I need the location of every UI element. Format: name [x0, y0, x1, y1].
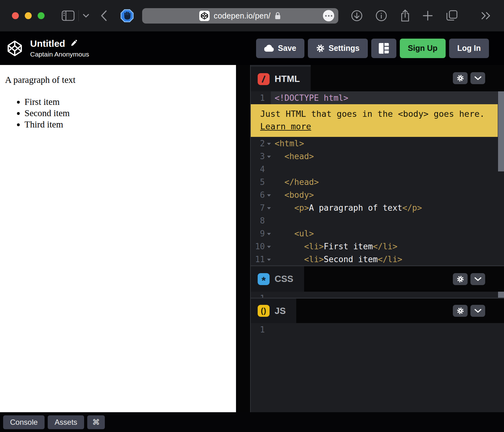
console-button[interactable]: Console [3, 415, 45, 429]
content-blocker-icon[interactable] [120, 9, 134, 23]
code-text[interactable]: <head> [271, 150, 504, 163]
code-text[interactable]: </head> [271, 176, 504, 188]
line-number: 4 [260, 165, 265, 174]
code-line[interactable]: 1 [251, 292, 504, 298]
code-line[interactable]: 7 <p>A paragraph of text</p> [251, 201, 504, 214]
html-settings-button[interactable] [453, 72, 468, 84]
codepen-logo[interactable] [7, 40, 23, 57]
info-icon[interactable] [375, 10, 387, 22]
code-text[interactable]: <body> [271, 188, 504, 201]
code-line[interactable]: 1<!DOCTYPE html> [251, 91, 504, 104]
gear-icon [457, 275, 464, 283]
preview-pane: A paragraph of text First itemSecond ite… [0, 65, 236, 412]
code-line[interactable]: 6 <body> [251, 188, 504, 201]
fold-arrow-icon[interactable] [267, 207, 271, 211]
edit-title-icon[interactable] [70, 40, 78, 48]
js-code-editor[interactable]: 1 [251, 323, 504, 412]
code-text[interactable]: <li>Second item</li> [271, 253, 504, 265]
tab-css[interactable]: * CSS [251, 266, 304, 292]
browser-toolbar: codepen.io/pen/ [0, 0, 504, 31]
js-settings-button[interactable] [453, 305, 468, 317]
css-code-editor[interactable]: 1 [251, 292, 504, 298]
code-text[interactable]: <li>First item</li> [271, 240, 504, 253]
css-editor-scrollbar[interactable] [498, 292, 504, 298]
html-collapse-button[interactable] [470, 72, 485, 84]
html-editor-scrollbar[interactable] [498, 91, 504, 171]
css-tab-label: CSS [275, 274, 293, 284]
fold-arrow-icon[interactable] [267, 194, 271, 198]
new-tab-icon[interactable] [422, 10, 433, 21]
fold-arrow-icon[interactable] [267, 143, 271, 147]
settings-button-label: Settings [329, 44, 360, 53]
code-line[interactable]: 11 <li>Second item</li> [251, 253, 504, 265]
line-number: 11 [255, 255, 265, 264]
line-number-gutter: 4 [251, 165, 271, 174]
more-options-icon[interactable] [323, 10, 334, 21]
editor-footer: Console Assets ⌘ [0, 412, 504, 432]
gear-icon [457, 307, 464, 315]
back-button[interactable] [100, 10, 108, 22]
log-in-button[interactable]: Log In [449, 39, 489, 58]
codepen-favicon [199, 11, 210, 21]
fold-arrow-icon[interactable] [267, 233, 271, 237]
download-icon[interactable] [351, 10, 363, 22]
html-tab-label: HTML [275, 74, 300, 84]
html-hint-banner: Just HTML that goes in the <body> goes h… [251, 104, 498, 137]
code-text[interactable]: <!DOCTYPE html> [271, 91, 498, 104]
code-text[interactable]: <html> [271, 137, 504, 150]
toolbar-overflow-icon[interactable] [481, 12, 491, 20]
code-text[interactable] [271, 214, 504, 227]
chevron-down-icon[interactable] [83, 14, 89, 18]
tab-js[interactable]: () JS [251, 299, 296, 323]
line-number-gutter: 10 [251, 242, 271, 251]
code-text[interactable] [271, 292, 504, 298]
address-bar[interactable]: codepen.io/pen/ [142, 8, 338, 24]
pane-resizer[interactable] [236, 65, 250, 412]
line-number-gutter: 1 [251, 325, 271, 334]
code-text[interactable]: <ul> [271, 227, 504, 240]
sign-up-button[interactable]: Sign Up [400, 39, 446, 58]
fold-arrow-icon[interactable] [267, 259, 271, 263]
keyboard-shortcuts-button[interactable]: ⌘ [87, 415, 105, 429]
fold-arrow-icon[interactable] [267, 246, 271, 250]
html-badge-icon [258, 73, 270, 85]
window-minimize-button[interactable] [25, 12, 32, 19]
sign-up-label: Sign Up [408, 44, 437, 53]
url-text: codepen.io/pen/ [214, 11, 271, 20]
window-zoom-button[interactable] [38, 12, 45, 19]
code-line[interactable]: 9 <ul> [251, 227, 504, 240]
tab-html[interactable]: HTML [251, 65, 311, 91]
css-settings-button[interactable] [453, 273, 468, 285]
code-text[interactable] [271, 163, 504, 176]
css-collapse-button[interactable] [470, 273, 485, 285]
chevron-down-icon [474, 277, 482, 281]
tab-overview-icon[interactable] [446, 10, 458, 22]
code-text[interactable] [271, 323, 504, 336]
line-number-gutter: 2 [251, 139, 271, 148]
code-line[interactable]: 2<html> [251, 137, 504, 150]
code-line[interactable]: 5 </head> [251, 176, 504, 188]
banner-text: Just HTML that goes in the <body> goes h… [260, 108, 498, 120]
code-text[interactable]: <p>A paragraph of text</p> [271, 201, 504, 214]
js-panel-header: () JS [251, 299, 504, 323]
line-number: 6 [260, 190, 265, 200]
code-line[interactable]: 8 [251, 214, 504, 227]
code-line[interactable]: 1 [251, 323, 504, 336]
code-line[interactable]: 4 [251, 163, 504, 176]
learn-more-link[interactable]: Learn more [260, 120, 311, 133]
save-button[interactable]: Save [256, 39, 304, 58]
js-collapse-button[interactable] [470, 305, 485, 317]
sidebar-icon[interactable] [62, 10, 75, 21]
settings-button[interactable]: Settings [308, 39, 368, 58]
editor-column: HTML [250, 65, 504, 412]
change-view-button[interactable] [371, 39, 396, 58]
fold-arrow-icon[interactable] [267, 156, 271, 160]
html-code-editor[interactable]: 1<!DOCTYPE html>Just HTML that goes in t… [251, 91, 504, 265]
line-number: 2 [260, 139, 265, 148]
code-line[interactable]: 3 <head> [251, 150, 504, 163]
assets-button[interactable]: Assets [48, 415, 84, 429]
toolbar-divider [78, 10, 79, 21]
share-icon[interactable] [400, 9, 410, 22]
code-line[interactable]: 10 <li>First item</li> [251, 240, 504, 253]
window-close-button[interactable] [12, 12, 19, 19]
